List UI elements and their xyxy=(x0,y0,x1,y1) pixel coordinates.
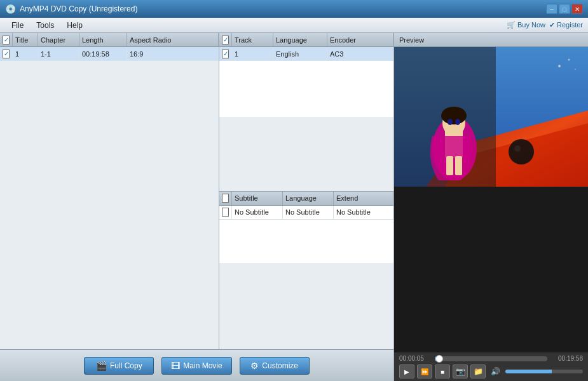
register-button[interactable]: ✔ Register xyxy=(549,21,583,29)
customize-icon: ⚙ xyxy=(250,361,259,371)
video-aspect-header: Aspect Radio xyxy=(127,33,219,46)
playback-ctrl-row: ▶ ⏩ ■ 📷 📁 🔊 xyxy=(399,364,583,378)
progress-bar-container: 00:00:05 00:19:58 xyxy=(399,355,583,362)
audio-row-language: English xyxy=(273,47,327,60)
preview-label: Preview xyxy=(394,33,588,47)
video-table-row[interactable]: 1 1-1 00:19:58 16:9 xyxy=(0,47,219,61)
close-button[interactable]: ✕ xyxy=(571,4,583,14)
progress-track[interactable] xyxy=(435,356,547,361)
header-right-buttons: 🛒 Buy Now ✔ Register xyxy=(507,21,583,29)
audio-empty-space xyxy=(219,66,393,117)
video-title-header: Title xyxy=(13,33,38,46)
preview-video xyxy=(394,47,588,352)
subtitle-row-checkbox-cell xyxy=(219,206,232,219)
audio-table: Track Language Encoder 1 English AC3 xyxy=(219,33,393,192)
video-length-header: Length xyxy=(79,33,127,46)
svg-point-16 xyxy=(575,69,576,70)
svg-point-12 xyxy=(509,139,534,164)
table-area: Title Chapter Length Aspect Radio 1 1-1 … xyxy=(0,33,393,349)
video-row-chapter: 1-1 xyxy=(38,47,79,60)
subtitle-subtitle-header: Subtitle xyxy=(232,192,283,205)
preview-artwork xyxy=(394,47,588,187)
audio-encoder-header: Encoder xyxy=(327,33,393,46)
video-row-aspect: 16:9 xyxy=(127,47,219,60)
audio-table-header: Track Language Encoder xyxy=(219,33,393,47)
audio-track-header: Track xyxy=(232,33,273,46)
menu-help[interactable]: Help xyxy=(60,20,89,31)
subtitle-row-language: No Subtitle xyxy=(283,206,334,219)
svg-point-14 xyxy=(558,65,561,67)
progress-thumb[interactable] xyxy=(435,355,443,363)
subtitle-table-row[interactable]: No Subtitle No Subtitle No Subtitle xyxy=(219,206,393,220)
buy-now-button[interactable]: 🛒 Buy Now xyxy=(507,21,545,29)
video-row-checkbox-cell xyxy=(0,47,13,60)
subtitle-row-checkbox[interactable] xyxy=(222,208,229,217)
subtitle-rows: No Subtitle No Subtitle No Subtitle xyxy=(219,206,393,225)
full-copy-button[interactable]: 🎬 Full Copy xyxy=(84,357,154,375)
video-chapter-header: Chapter xyxy=(38,33,79,46)
total-time-label: 00:19:58 xyxy=(551,355,583,362)
preview-panel: Preview xyxy=(394,33,588,381)
menu-file[interactable]: File xyxy=(5,20,30,31)
audio-check-header xyxy=(219,33,232,46)
subtitle-language-header: Language xyxy=(283,192,334,205)
subtitle-table-header: Subtitle Language Extend xyxy=(219,192,393,206)
video-row-checkbox[interactable] xyxy=(3,50,10,58)
volume-icon: 🔊 xyxy=(491,367,500,376)
app-title: AnyMP4 DVD Copy (Unregistered) xyxy=(20,4,545,13)
main-content: Title Chapter Length Aspect Radio 1 1-1 … xyxy=(0,33,588,381)
play-button[interactable]: ▶ xyxy=(399,364,414,378)
audio-row-track: 1 xyxy=(232,47,273,60)
open-folder-button[interactable]: 📁 xyxy=(470,364,486,378)
video-row-title: 1 xyxy=(13,47,38,60)
menubar: File Tools Help 🛒 Buy Now ✔ Register xyxy=(0,18,588,33)
full-copy-label: Full Copy xyxy=(110,361,142,370)
audio-row-checkbox-cell xyxy=(219,47,232,60)
svg-point-13 xyxy=(514,145,521,152)
subtitle-empty-space xyxy=(219,225,393,263)
full-copy-icon: 🎬 xyxy=(96,361,107,371)
subtitle-extend-header: Extend xyxy=(334,192,393,205)
customize-button[interactable]: ⚙ Customize xyxy=(240,357,310,375)
video-check-header xyxy=(0,33,13,46)
app-icon: 💿 xyxy=(5,4,16,14)
fast-forward-button[interactable]: ⏩ xyxy=(417,364,432,378)
subtitle-select-all-checkbox[interactable] xyxy=(222,194,229,203)
main-movie-icon: 🎞 xyxy=(171,361,180,371)
audio-language-header: Language xyxy=(273,33,327,46)
titlebar: 💿 AnyMP4 DVD Copy (Unregistered) – □ ✕ xyxy=(0,0,588,18)
screenshot-button[interactable]: 📷 xyxy=(453,364,468,378)
svg-point-15 xyxy=(568,59,570,61)
video-row-length: 00:19:58 xyxy=(79,47,127,60)
main-movie-label: Main Movie xyxy=(183,361,222,370)
minimize-button[interactable]: – xyxy=(546,4,557,14)
audio-row-encoder: AC3 xyxy=(327,47,393,60)
subtitle-table: Subtitle Language Extend No Subtitle No … xyxy=(219,192,393,350)
volume-slider[interactable] xyxy=(505,370,583,373)
audio-row-checkbox[interactable] xyxy=(222,50,229,58)
video-table: Title Chapter Length Aspect Radio 1 1-1 … xyxy=(0,33,219,349)
svg-rect-11 xyxy=(455,156,462,175)
customize-label: Customize xyxy=(262,361,298,370)
action-buttons-bar: 🎬 Full Copy 🎞 Main Movie ⚙ Customize xyxy=(0,349,393,381)
video-select-all-checkbox[interactable] xyxy=(3,36,10,44)
subtitle-row-subtitle: No Subtitle xyxy=(232,206,283,219)
video-table-header: Title Chapter Length Aspect Radio xyxy=(0,33,219,47)
current-time-label: 00:00:05 xyxy=(399,355,431,362)
svg-point-9 xyxy=(455,119,460,125)
stop-button[interactable]: ■ xyxy=(435,364,450,378)
menu-tools[interactable]: Tools xyxy=(30,20,60,31)
audio-subtitle-panel: Track Language Encoder 1 English AC3 xyxy=(219,33,393,349)
subtitle-row-extend: No Subtitle xyxy=(334,206,393,219)
audio-rows: 1 English AC3 xyxy=(219,47,393,66)
subtitle-check-header xyxy=(219,192,232,205)
playback-controls: 00:00:05 00:19:58 ▶ ⏩ ■ 📷 📁 🔊 xyxy=(394,352,588,381)
left-panel: Title Chapter Length Aspect Radio 1 1-1 … xyxy=(0,33,394,381)
audio-select-all-checkbox[interactable] xyxy=(222,36,229,44)
maximize-button[interactable]: □ xyxy=(559,4,570,14)
svg-point-7 xyxy=(441,107,467,124)
svg-point-8 xyxy=(448,119,453,125)
main-movie-button[interactable]: 🎞 Main Movie xyxy=(161,357,231,375)
audio-table-row[interactable]: 1 English AC3 xyxy=(219,47,393,61)
svg-rect-10 xyxy=(446,156,453,175)
